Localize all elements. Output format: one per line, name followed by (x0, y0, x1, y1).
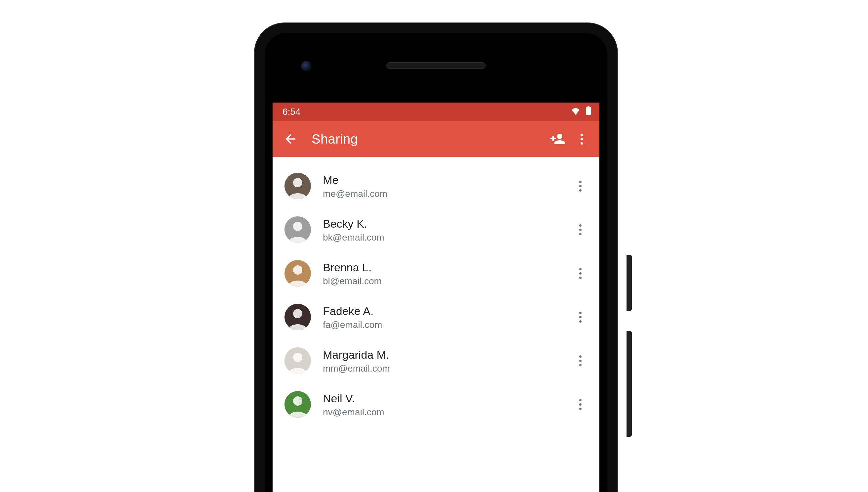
status-icons (571, 106, 591, 118)
contact-menu-button[interactable] (570, 307, 590, 327)
contact-menu-button[interactable] (570, 220, 590, 240)
contact-email: bk@email.com (323, 232, 570, 243)
more-vert-icon (579, 268, 582, 279)
more-vert-icon (579, 355, 582, 366)
contact-menu-button[interactable] (570, 351, 590, 371)
contact-text: Me me@email.com (323, 173, 570, 199)
add-person-button[interactable] (546, 127, 570, 151)
avatar (284, 391, 311, 418)
contact-text: Neil V. nv@email.com (323, 391, 570, 418)
contact-text: Brenna L. bl@email.com (323, 260, 570, 287)
contact-menu-button[interactable] (570, 394, 590, 414)
svg-point-13 (293, 396, 302, 405)
contact-email: nv@email.com (323, 407, 570, 418)
avatar (284, 173, 311, 199)
contact-row[interactable]: Margarida M. mm@email.com (273, 339, 599, 383)
phone-chassis: 6:54 Sharing (255, 23, 617, 492)
contact-name: Neil V. (323, 391, 570, 406)
more-vert-icon (579, 181, 582, 192)
svg-rect-1 (587, 106, 589, 107)
screen: 6:54 Sharing (273, 103, 599, 492)
arrow-back-icon (283, 132, 298, 146)
app-bar-title: Sharing (312, 132, 546, 147)
phone-top-bezel (265, 33, 607, 103)
svg-rect-0 (586, 107, 591, 115)
status-bar: 6:54 (273, 103, 599, 121)
contact-row[interactable]: Neil V. nv@email.com (273, 383, 599, 426)
svg-point-11 (293, 353, 302, 362)
contact-name: Brenna L. (323, 260, 570, 275)
avatar (284, 260, 311, 287)
more-vert-icon (579, 312, 582, 323)
svg-point-7 (293, 265, 302, 275)
contact-row[interactable]: Brenna L. bl@email.com (273, 251, 599, 295)
contact-list: Me me@email.com Becky K. bk@email.com Br… (273, 157, 599, 434)
contact-name: Becky K. (323, 216, 570, 231)
avatar (284, 304, 311, 330)
svg-point-3 (293, 178, 302, 187)
contact-row[interactable]: Me me@email.com (273, 164, 599, 208)
more-vert-icon (581, 134, 583, 145)
contact-email: mm@email.com (323, 363, 570, 374)
contact-text: Fadeke A. fa@email.com (323, 304, 570, 330)
contact-menu-button[interactable] (570, 176, 590, 196)
contact-name: Margarida M. (323, 347, 570, 363)
phone-bezel: 6:54 Sharing (265, 33, 607, 492)
avatar (284, 216, 311, 243)
battery-icon (586, 106, 591, 118)
status-time: 6:54 (282, 106, 301, 117)
svg-point-9 (293, 309, 302, 318)
contact-row[interactable]: Fadeke A. fa@email.com (273, 295, 599, 339)
contact-text: Margarida M. mm@email.com (323, 347, 570, 374)
contact-name: Fadeke A. (323, 304, 570, 319)
volume-button[interactable] (627, 331, 632, 437)
more-vert-icon (579, 224, 582, 235)
wifi-icon (571, 106, 580, 117)
power-button[interactable] (627, 255, 632, 311)
contact-email: fa@email.com (323, 320, 570, 330)
contact-row[interactable]: Becky K. bk@email.com (273, 208, 599, 251)
person-add-icon (550, 131, 566, 147)
more-vert-icon (579, 399, 582, 410)
overflow-menu-button[interactable] (570, 127, 593, 151)
avatar (284, 347, 311, 374)
app-bar: Sharing (273, 121, 599, 157)
contact-email: bl@email.com (323, 276, 570, 287)
earpiece-speaker (386, 62, 486, 69)
contact-menu-button[interactable] (570, 263, 590, 283)
contact-email: me@email.com (323, 189, 570, 199)
back-button[interactable] (279, 127, 302, 151)
contact-text: Becky K. bk@email.com (323, 216, 570, 243)
front-camera (301, 61, 312, 71)
contact-name: Me (323, 173, 570, 188)
svg-point-5 (293, 222, 302, 231)
